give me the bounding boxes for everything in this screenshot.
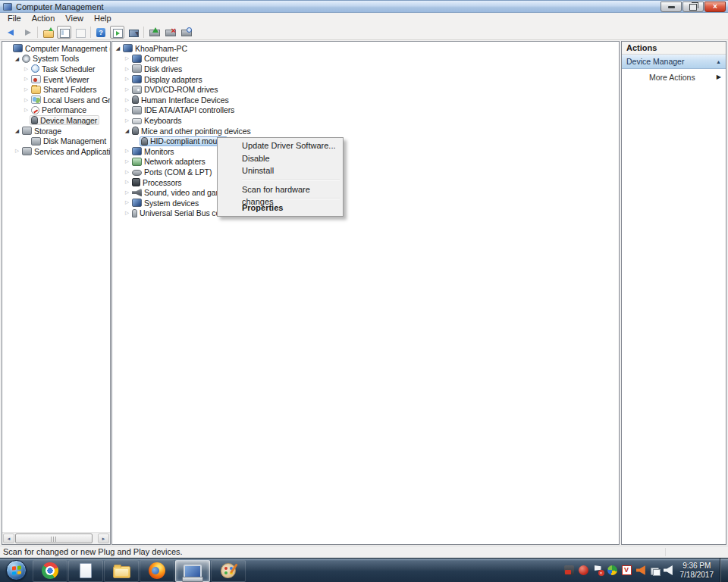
tree-item-body[interactable]: Shared Folders	[30, 85, 99, 95]
expander-icon[interactable]: ▷	[23, 67, 30, 72]
expander-icon[interactable]: ▷	[124, 170, 130, 175]
tree-item-event-viewer[interactable]: ▷Event Viewer	[2, 74, 110, 85]
network-tray-icon[interactable]	[651, 568, 659, 575]
tree-item-local-users-and-groups[interactable]: ▷Local Users and Groups	[2, 95, 110, 105]
tree-item-body[interactable]: Processors	[130, 177, 184, 187]
tree-item-body[interactable]: Performance	[30, 105, 89, 115]
tree-item-body[interactable]: DVD/CD-ROM drives	[130, 85, 220, 95]
tree-item-body[interactable]: Services and Applications	[20, 146, 111, 156]
expander-icon[interactable]: ▷	[124, 211, 130, 216]
tree-item-body[interactable]: Display adapters	[130, 74, 205, 84]
menu-action[interactable]: Action	[27, 13, 61, 24]
update-driver-icon[interactable]	[147, 26, 162, 39]
scroll-left-button[interactable]: ◄	[3, 534, 14, 543]
tree-item-computer-management-local[interactable]: Computer Management (Local)	[2, 43, 110, 54]
red-ball-tray-icon[interactable]	[579, 565, 588, 575]
tree-item-body[interactable]: Mice and other pointing devices	[130, 126, 253, 136]
expander-icon[interactable]: ▷	[124, 77, 130, 82]
expander-icon[interactable]: ▷	[124, 98, 130, 103]
taskbar-clock[interactable]: 9:36 PM 7/18/2017	[676, 562, 720, 580]
tree-item-body[interactable]: System Tools	[20, 54, 81, 64]
up-level-icon[interactable]	[41, 26, 55, 39]
tree-item-body[interactable]: Ports (COM & LPT)	[130, 167, 214, 177]
expander-icon[interactable]: ◢	[124, 128, 130, 133]
tree-item-body[interactable]: Task Scheduler	[30, 64, 97, 74]
forward-icon[interactable]	[20, 26, 34, 39]
tree-item-body[interactable]: System devices	[130, 198, 201, 208]
menu-item-update-driver-software[interactable]: Update Driver Software...	[219, 139, 341, 152]
expander-icon[interactable]: ▷	[124, 67, 130, 72]
expander-icon[interactable]: ▷	[23, 98, 30, 103]
tree-item-keyboards[interactable]: ▷Keyboards	[112, 115, 619, 126]
tree-item-storage[interactable]: ◢Storage	[2, 126, 110, 136]
tree-item-body[interactable]: Network adapters	[130, 157, 208, 167]
expander-icon[interactable]: ◢	[115, 45, 121, 51]
expander-icon[interactable]: ◢	[14, 128, 20, 133]
computer-management-app-taskbar-button[interactable]	[175, 560, 210, 582]
expander-icon[interactable]: ▷	[124, 118, 130, 124]
menu-item-disable[interactable]: Disable	[219, 152, 341, 165]
tree-item-body[interactable]: Monitors	[130, 146, 176, 156]
help-icon[interactable]	[94, 26, 108, 39]
tree-item-body[interactable]: Disk Management	[30, 136, 108, 146]
horizontal-scrollbar[interactable]: ◄ ►	[2, 532, 110, 544]
tree-item-body[interactable]: Computer Management (Local)	[11, 43, 111, 53]
expander-icon[interactable]: ▷	[14, 149, 20, 154]
tree-item-body[interactable]: Keyboards	[130, 115, 184, 125]
tree-item-body[interactable]: Disk drives	[130, 64, 184, 74]
expander-icon[interactable]: ◢	[14, 56, 20, 61]
close-button[interactable]: ×	[704, 2, 726, 12]
expander-icon[interactable]: ▷	[124, 159, 130, 164]
chrome-taskbar-button[interactable]	[33, 560, 67, 582]
tree-item-network-adapters[interactable]: ▷Network adapters	[112, 157, 619, 167]
expander-icon[interactable]: ▷	[124, 190, 130, 196]
firefox-taskbar-button[interactable]	[140, 560, 174, 582]
paint-taskbar-button[interactable]	[211, 560, 246, 582]
tree-item-services-and-applications[interactable]: ▷Services and Applications	[2, 146, 110, 157]
tree-item-body[interactable]: Storage	[20, 126, 64, 136]
tree-item-system-devices[interactable]: ▷System devices	[112, 198, 619, 208]
expander-icon[interactable]: ▷	[124, 108, 130, 113]
chevron-up-icon[interactable]: ▲	[716, 59, 721, 64]
expander-icon[interactable]: ▷	[23, 87, 30, 92]
console-tree-icon[interactable]	[57, 26, 71, 39]
tree-item-universal-serial-bus-controllers[interactable]: ▷Universal Serial Bus controllers	[112, 208, 619, 219]
minimize-button[interactable]	[661, 2, 682, 12]
scan-hardware-icon[interactable]	[179, 26, 193, 39]
tree-item-device-manager[interactable]: Device Manager	[2, 115, 110, 126]
expander-icon[interactable]: ▷	[124, 200, 130, 205]
expander-icon[interactable]: ▷	[124, 56, 130, 61]
tree-item-performance[interactable]: ▷Performance	[2, 105, 110, 116]
tree-item-computer[interactable]: ▷Computer	[112, 54, 619, 64]
tree-item-task-scheduler[interactable]: ▷Task Scheduler	[2, 64, 110, 74]
tree-item-ide-ata-atapi-controllers[interactable]: ▷IDE ATA/ATAPI controllers	[112, 105, 619, 116]
actions-group-device-manager[interactable]: Device Manager ▲	[622, 55, 726, 69]
scrollbar-thumb[interactable]	[15, 534, 93, 543]
menu-item-uninstall[interactable]: Uninstall	[219, 164, 341, 177]
restore-button[interactable]	[682, 2, 704, 12]
tree-item-disk-management[interactable]: Disk Management	[2, 136, 110, 146]
tree-item-dvd-cd-rom-drives[interactable]: ▷DVD/CD-ROM drives	[112, 84, 619, 95]
tree-item-mice-and-other-pointing-devices[interactable]: ◢Mice and other pointing devices	[112, 126, 619, 136]
v-app-tray-icon[interactable]	[622, 565, 632, 575]
tree-item-sound-video-and-game-controllers[interactable]: ▷Sound, video and game controllers	[112, 187, 619, 198]
properties-icon[interactable]	[126, 26, 140, 39]
tree-item-human-interface-devices[interactable]: ▷Human Interface Devices	[112, 95, 619, 105]
expander-icon[interactable]: ▷	[124, 87, 130, 92]
more-actions-item[interactable]: More Actions ▶	[622, 69, 726, 85]
action-pane-icon[interactable]	[110, 26, 124, 39]
tree-item-ports-com-lpt[interactable]: ▷Ports (COM & LPT)	[112, 167, 619, 177]
tree-item-hid-compliant-mouse[interactable]: HID-compliant mouse	[112, 136, 619, 146]
tree-item-disk-drives[interactable]: ▷Disk drives	[112, 64, 619, 74]
explorer-taskbar-button[interactable]	[104, 560, 139, 582]
expander-icon[interactable]: ▷	[124, 180, 130, 185]
uninstall-icon[interactable]	[163, 26, 177, 39]
idm-tray-icon[interactable]	[607, 565, 617, 575]
tree-item-body[interactable]: Human Interface Devices	[130, 95, 231, 105]
tree-item-body[interactable]: KhoaPham-PC	[121, 43, 190, 53]
tree-item-monitors[interactable]: ▷Monitors	[112, 146, 619, 157]
tree-item-shared-folders[interactable]: ▷Shared Folders	[2, 84, 110, 95]
tree-item-system-tools[interactable]: ◢System Tools	[2, 54, 110, 64]
tree-item-display-adapters[interactable]: ▷Display adapters	[112, 74, 619, 85]
volume-tray-icon[interactable]	[664, 565, 673, 575]
